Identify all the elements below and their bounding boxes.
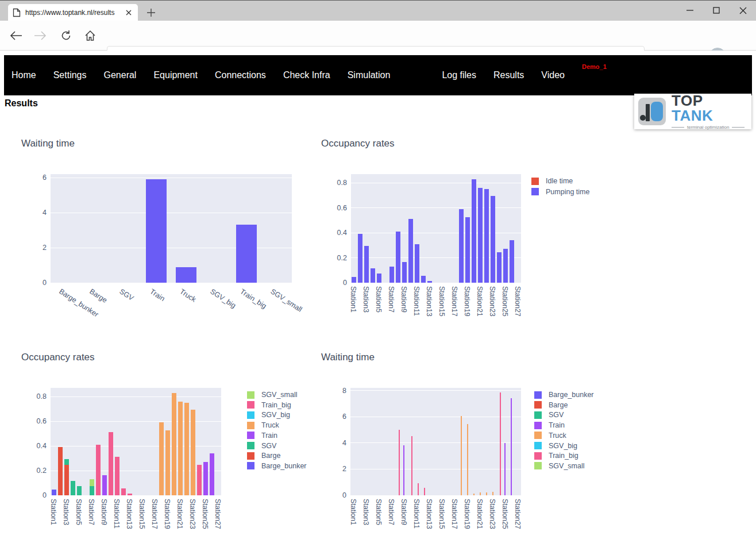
nav-item-general[interactable]: General: [104, 70, 137, 80]
x-tick-label: Station17: [151, 499, 159, 529]
bar: [424, 488, 425, 495]
y-tick-label: 2: [323, 464, 346, 473]
legend-label: Barge: [549, 401, 568, 409]
bar: [459, 209, 464, 283]
legend-item-sgv[interactable]: SGV: [534, 411, 564, 419]
plot-area-waiting-by-station[interactable]: [350, 388, 521, 495]
legend-swatch: [247, 452, 254, 460]
legend-swatch: [534, 391, 542, 399]
bar: [465, 217, 470, 283]
y-tick-label: 0.4: [24, 441, 47, 450]
bar: [403, 445, 404, 495]
chart-title-waiting-time-type: Waiting time: [21, 138, 75, 149]
plot-area-occupancy-total[interactable]: [351, 174, 521, 283]
bar: [102, 475, 107, 495]
bar: [500, 392, 501, 495]
browser-titlebar: https://www.toptank.nl/results: [0, 0, 756, 21]
legend-item-barge_bunker[interactable]: Barge_bunker: [534, 391, 594, 399]
bar: [165, 430, 170, 495]
nav-item-simulation[interactable]: Simulation: [348, 70, 391, 80]
legend-item-barge[interactable]: Barge: [534, 401, 568, 409]
legend-item-truck[interactable]: Truck: [247, 421, 279, 429]
back-icon[interactable]: [9, 29, 23, 43]
legend-label: Pumping time: [546, 188, 589, 196]
close-button[interactable]: [730, 1, 756, 20]
legend-label: Idle time: [546, 177, 573, 185]
legend-swatch: [247, 391, 254, 399]
legend-swatch: [534, 411, 542, 419]
legend-item-barge_bunker[interactable]: Barge_bunker: [247, 462, 307, 470]
gridline: [51, 213, 292, 213]
bar: [90, 479, 94, 486]
x-tick-label: Station13: [125, 499, 133, 529]
legend-item-truck[interactable]: Truck: [534, 432, 566, 440]
bar: [109, 432, 113, 495]
legend-item-sgv_big[interactable]: SGV_big: [534, 442, 577, 450]
new-tab-button[interactable]: [145, 6, 157, 19]
x-tick-label: Station21: [476, 286, 484, 317]
x-tick-label: Station9: [100, 499, 108, 525]
legend-item-train_big[interactable]: Train_big: [247, 401, 291, 409]
bar: [197, 465, 202, 495]
nav-item-settings[interactable]: Settings: [53, 70, 87, 80]
legend-label: Train: [261, 432, 277, 440]
gridline: [350, 417, 521, 417]
x-tick-label: Station5: [75, 499, 83, 525]
plot-area-occupancy-by-type[interactable]: [51, 388, 221, 495]
legend-item-train[interactable]: Train: [534, 421, 565, 429]
legend-item-train_big[interactable]: Train_big: [534, 452, 578, 460]
x-tick-label: Station15: [438, 286, 446, 317]
bar: [146, 179, 167, 283]
bar: [64, 459, 69, 465]
bar: [491, 196, 495, 283]
chart-title-waiting-time-station: Waiting time: [321, 352, 375, 363]
legend-item-sgv_big[interactable]: SGV_big: [247, 411, 290, 419]
legend-item-sgv_small[interactable]: SGV_small: [534, 462, 585, 470]
nav-item-results[interactable]: Results: [493, 70, 524, 80]
bar: [486, 492, 487, 495]
tab-close-icon[interactable]: [124, 8, 133, 17]
bar: [64, 465, 69, 495]
plot-area-waiting-by-type[interactable]: [51, 174, 292, 283]
y-tick-label: 0.6: [324, 203, 347, 213]
legend-item-sgv[interactable]: SGV: [247, 442, 276, 450]
y-tick-label: 4: [24, 208, 47, 217]
legend-label: Train_big: [261, 401, 291, 409]
nav-item-connections[interactable]: Connections: [215, 70, 266, 80]
x-tick-label: Station13: [425, 499, 433, 529]
bar: [511, 398, 512, 495]
refresh-icon[interactable]: [59, 29, 73, 43]
legend-item-pumping time[interactable]: Pumping time: [531, 188, 589, 196]
y-tick-label: 8: [323, 386, 346, 395]
bar: [411, 436, 412, 495]
legend-item-barge[interactable]: Barge: [247, 452, 280, 460]
nav-item-video[interactable]: Video: [541, 70, 565, 80]
x-tick-label: Station25: [501, 499, 509, 529]
legend-swatch: [534, 442, 542, 449]
maximize-button[interactable]: [703, 1, 730, 20]
nav-item-equipment[interactable]: Equipment: [153, 70, 198, 80]
x-tick-label: Station5: [375, 286, 383, 313]
nav-item-home[interactable]: Home: [11, 70, 36, 80]
x-tick-label: Station9: [400, 499, 408, 525]
legend-item-train[interactable]: Train: [247, 432, 277, 440]
bar: [396, 232, 400, 283]
browser-tab[interactable]: https://www.toptank.nl/results: [8, 4, 138, 21]
y-tick-label: 0: [24, 278, 47, 287]
bar: [484, 189, 489, 283]
y-tick-label: 4: [323, 438, 346, 448]
nav-item-log-files[interactable]: Log files: [442, 70, 476, 80]
legend-item-idle time[interactable]: Idle time: [531, 177, 573, 185]
minimize-button[interactable]: [677, 1, 703, 20]
gridline: [51, 396, 221, 397]
home-icon[interactable]: [83, 29, 97, 43]
bar: [503, 249, 508, 283]
legend-item-sgv_small[interactable]: SGV_small: [247, 391, 298, 399]
page-favicon-icon: [13, 8, 21, 17]
nav-item-check-infra[interactable]: Check Infra: [283, 70, 330, 80]
x-tick-label: Station27: [514, 286, 522, 317]
forward-icon[interactable]: [33, 29, 47, 43]
x-tick-label: Station21: [476, 499, 484, 529]
bar: [399, 430, 400, 495]
x-tick-label: Station15: [438, 499, 446, 529]
